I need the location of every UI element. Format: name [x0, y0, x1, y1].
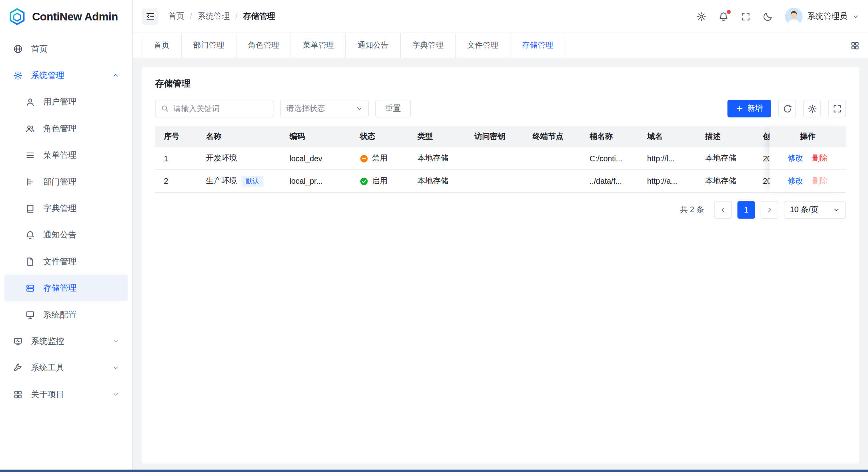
page-size-select[interactable]: 10 条/页	[784, 201, 846, 219]
user-menu[interactable]: 系统管理员	[785, 8, 859, 25]
status-select[interactable]: 请选择状态	[280, 100, 369, 117]
sidebar-item-home[interactable]: 首页	[4, 36, 128, 62]
sidebar-item-system-management[interactable]: 系统管理	[4, 62, 128, 88]
pagination: 共 2 条 1 10 条/页	[155, 201, 846, 219]
sidebar-item-label: 系统配置	[43, 309, 119, 320]
top-header: 首页 / 系统管理 / 存储管理	[133, 0, 868, 33]
cell-bucket: ../data/f...	[581, 177, 638, 185]
chevron-down-icon	[112, 364, 119, 371]
sidebar-item-notice[interactable]: 通知公告	[4, 221, 128, 248]
breadcrumb-home[interactable]: 首页	[168, 11, 184, 22]
sidebar-item-storage-management[interactable]: 存储管理	[4, 275, 128, 301]
cell-status: 启用	[351, 176, 409, 186]
table-row-2: 2 生产环境 默认 local_pr... 启用 本地存储	[155, 170, 846, 193]
fullscreen-icon[interactable]	[740, 11, 750, 21]
dark-mode-moon-icon[interactable]	[762, 11, 772, 21]
tab-file[interactable]: 文件管理	[455, 33, 510, 58]
sidebar-item-label: 角色管理	[43, 123, 119, 134]
bell-icon	[26, 230, 35, 240]
tab-label: 通知公告	[358, 40, 389, 50]
default-badge: 默认	[241, 176, 263, 187]
sidebar-item-label: 系统工具	[31, 362, 104, 373]
sidebar-item-system-tools[interactable]: 系统工具	[4, 354, 128, 381]
sidebar-item-system-config[interactable]: 系统配置	[4, 301, 128, 328]
edit-link[interactable]: 修改	[788, 153, 803, 163]
sidebar-item-label: 部门管理	[43, 177, 119, 187]
breadcrumb-system[interactable]: 系统管理	[198, 11, 230, 22]
sidebar-item-label: 首页	[31, 44, 119, 54]
keyword-search[interactable]	[155, 100, 273, 117]
breadcrumb-separator: /	[235, 12, 238, 21]
list-icon	[26, 151, 35, 160]
prev-page-button[interactable]	[714, 201, 732, 219]
user-icon	[26, 97, 35, 107]
edit-link[interactable]: 修改	[788, 176, 803, 186]
total-count: 共 2 条	[680, 205, 704, 215]
tab-actions-grid-icon[interactable]	[842, 33, 868, 58]
sidebar-item-system-monitor[interactable]: 系统监控	[4, 328, 128, 354]
notification-bell-icon[interactable]	[718, 11, 728, 21]
tab-label: 字典管理	[413, 40, 443, 50]
sidebar-item-about-project[interactable]: 关于项目	[4, 381, 128, 408]
page-1-button[interactable]: 1	[738, 201, 755, 219]
bottom-edge	[0, 470, 868, 472]
sidebar-menu: 首页 系统管理 用户管理 角色管理 菜单管理	[0, 33, 132, 410]
sidebar-item-label: 文件管理	[43, 256, 119, 267]
col-description: 描述	[696, 132, 754, 142]
sidebar-item-user-management[interactable]: 用户管理	[4, 88, 128, 115]
status-select-placeholder: 请选择状态	[286, 104, 325, 114]
tab-menu[interactable]: 菜单管理	[291, 33, 346, 58]
storage-management-card: 存储管理 请选择状态 重置	[142, 67, 859, 463]
keyword-search-input[interactable]	[173, 104, 267, 113]
tab-notice[interactable]: 通知公告	[346, 33, 401, 58]
tab-dict[interactable]: 字典管理	[401, 33, 456, 58]
grid-apps-icon	[13, 390, 23, 399]
tab-label: 首页	[154, 40, 170, 50]
tab-home[interactable]: 首页	[142, 33, 182, 58]
reset-button[interactable]: 重置	[375, 100, 411, 117]
add-button-label: 新增	[747, 104, 763, 114]
tab-storage[interactable]: 存储管理	[510, 33, 565, 58]
chevron-down-icon	[112, 391, 119, 398]
monitor-icon	[13, 336, 23, 346]
cell-domain: http://a...	[638, 177, 696, 185]
sidebar-item-label: 系统监控	[31, 336, 104, 346]
username: 系统管理员	[808, 11, 848, 22]
tab-dept[interactable]: 部门管理	[182, 33, 237, 58]
app-title: ContiNew Admin	[32, 10, 118, 23]
delete-link[interactable]: 删除	[812, 153, 828, 163]
tab-label: 部门管理	[193, 40, 224, 50]
sidebar-item-role-management[interactable]: 角色管理	[4, 115, 128, 142]
sidebar-item-dept-management[interactable]: 部门管理	[4, 169, 128, 195]
settings-icon[interactable]	[696, 11, 706, 21]
table-settings-button[interactable]	[803, 100, 821, 117]
refresh-button[interactable]	[778, 100, 796, 117]
app-logo[interactable]: ContiNew Admin	[0, 0, 132, 33]
actions-fixed-column: 操作 修改 删除 修改 删除	[770, 126, 846, 193]
sidebar-item-label: 菜单管理	[43, 150, 119, 160]
tab-role[interactable]: 角色管理	[237, 33, 291, 58]
sidebar-item-dict-management[interactable]: 字典管理	[4, 195, 128, 221]
next-page-button[interactable]	[761, 201, 778, 219]
sidebar-item-menu-management[interactable]: 菜单管理	[4, 142, 128, 168]
plus-icon	[736, 104, 743, 112]
chevron-right-icon	[766, 207, 773, 213]
sidebar-item-label: 关于项目	[31, 389, 104, 400]
col-bucket: 桶名称	[581, 132, 638, 142]
file-icon	[26, 257, 35, 266]
table-fullscreen-button[interactable]	[828, 100, 846, 117]
col-code: 编码	[281, 132, 351, 142]
content-area: 存储管理 请选择状态 重置	[133, 58, 868, 472]
add-button[interactable]: 新增	[728, 100, 771, 117]
collapse-sidebar-button[interactable]	[142, 8, 158, 24]
toolbar-actions: 新增	[728, 100, 846, 117]
cell-index: 1	[155, 154, 197, 163]
expand-icon	[740, 11, 750, 21]
chevron-left-icon	[720, 207, 726, 213]
cell-type: 本地存储	[409, 153, 465, 163]
cell-index: 2	[155, 177, 197, 185]
cell-name: 开发环境	[197, 153, 281, 163]
sidebar-item-file-management[interactable]: 文件管理	[4, 248, 128, 275]
search-icon	[161, 104, 169, 112]
wrench-icon	[13, 363, 23, 373]
